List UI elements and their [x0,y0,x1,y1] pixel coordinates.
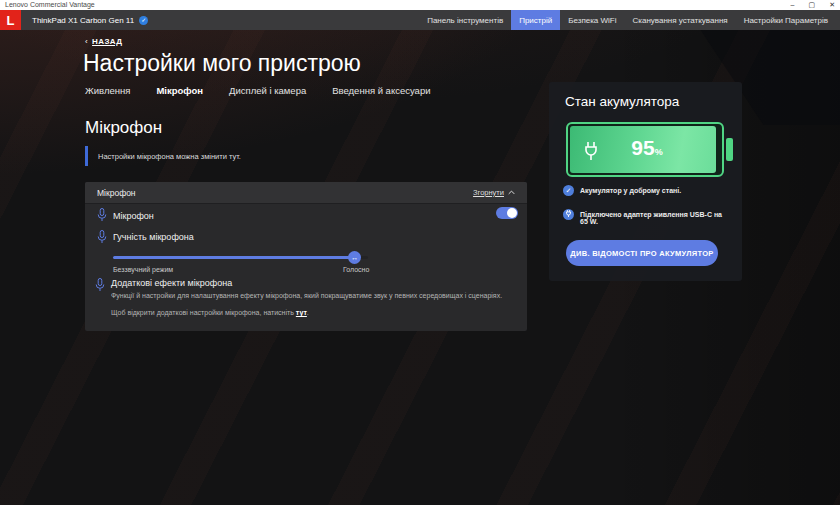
slider-track [113,256,368,259]
nav-item-hardware-scan[interactable]: Сканування устаткування [625,10,736,30]
battery-details-button[interactable]: ДИВ. ВІДОМОСТІ ПРО АКУМУЛЯТОР [566,240,718,266]
back-button[interactable]: ‹НАЗАД [85,37,122,46]
effects-here-link[interactable]: тут [296,309,307,316]
device-name: ThinkPad X1 Carbon Gen 11 [32,16,134,25]
microphone-icon [97,208,107,222]
plug-icon [563,209,574,220]
slider-min-label: Беззвучний режим [113,266,173,273]
nav-item-dashboard[interactable]: Панель інструментів [419,10,511,30]
mic-toggle-label: Мікрофон [113,211,154,221]
close-button[interactable]: ✕ [829,0,835,10]
mic-toggle-switch[interactable] [496,207,518,219]
window-controls: – ▢ ✕ [791,0,835,10]
battery-percent: 95% [568,136,726,160]
tab-microphone[interactable]: Мікрофон [156,85,203,96]
collapse-label: Згорнути [473,188,504,197]
chevron-up-icon [508,189,515,196]
battery-card-title: Стан акумулятора [565,94,679,109]
slider-arrows-icon: ↔ [351,254,358,261]
slider-thumb[interactable]: ↔ [348,251,361,264]
back-chevron-icon: ‹ [85,37,88,46]
nav-item-settings[interactable]: Настройки Параметрів [736,10,836,30]
top-nav-bar: L ThinkPad X1 Carbon Gen 11 ✓ Панель інс… [0,10,840,30]
microphone-icon [95,278,105,292]
mic-effects-label: Додаткові ефекти мікрофона [111,278,232,288]
mic-volume-slider[interactable]: ↔ [113,251,368,264]
link-text-after: . [307,309,309,316]
nav-item-device[interactable]: Пристрій [511,10,560,30]
battery-nub [726,138,733,161]
info-note-text: Настройки мікрофона можна змінити тут. [98,152,241,161]
microphone-card: Мікрофон Згорнути Мікрофон Гучність м [85,182,527,331]
battery-health-status: ✓ Акумулятор у доброму стані. [563,185,731,196]
collapse-link[interactable]: Згорнути [473,188,515,197]
microphone-card-header: Мікрофон Згорнути [85,182,527,204]
minimize-button[interactable]: – [791,0,795,10]
battery-percent-symbol: % [655,147,663,157]
battery-status-card: Стан акумулятора 95% ✓ Акумулятор у добр… [549,82,742,281]
tab-display-camera[interactable]: Дисплей і камера [229,85,306,96]
check-icon: ✓ [563,185,574,196]
tab-power[interactable]: Живлення [85,85,130,96]
mic-effects-link-line: Щоб відкрити додаткові настройки мікрофо… [111,309,309,316]
lenovo-logo: L [0,10,21,30]
maximize-button[interactable]: ▢ [809,0,816,10]
back-label: НАЗАД [92,37,122,46]
link-text-before: Щоб відкрити додаткові настройки мікрофо… [111,309,296,316]
battery-health-text: Акумулятор у доброму стані. [580,185,681,194]
info-note: Настройки мікрофона можна змінити тут. [85,146,241,166]
slider-max-label: Голосно [343,266,369,273]
battery-graphic: 95% [566,122,724,177]
verified-badge-icon: ✓ [139,16,148,25]
page-title: Настройки мого пристрою [83,50,361,77]
adapter-status-text: Підключено адаптер живлення USB-C на 65 … [580,209,731,225]
toggle-knob [507,208,517,218]
adapter-status: Підключено адаптер живлення USB-C на 65 … [563,209,731,225]
tab-input-accessories[interactable]: Введення й аксесуари [332,85,430,96]
nav-item-wifi-security[interactable]: Безпека WiFi [560,10,624,30]
microphone-icon [97,230,107,244]
title-bar: Lenovo Commercial Vantage – ▢ ✕ [0,0,840,10]
lenovo-vantage-window: Lenovo Commercial Vantage – ▢ ✕ L ThinkP… [0,0,840,505]
device-settings-tabs: Живлення Мікрофон Дисплей і камера Введе… [85,85,430,96]
nav-menu: Панель інструментів Пристрій Безпека WiF… [419,10,840,30]
mic-effects-description: Функції й настройки для налаштування ефе… [111,292,506,299]
battery-percent-value: 95 [631,136,654,159]
window-title: Lenovo Commercial Vantage [5,0,95,10]
section-heading: Мікрофон [85,118,162,138]
mic-volume-label: Гучність мікрофона [113,232,194,242]
content-area: ‹НАЗАД Настройки мого пристрою Живлення … [0,30,840,505]
slider-fill [113,256,355,259]
card-header-label: Мікрофон [97,188,136,198]
